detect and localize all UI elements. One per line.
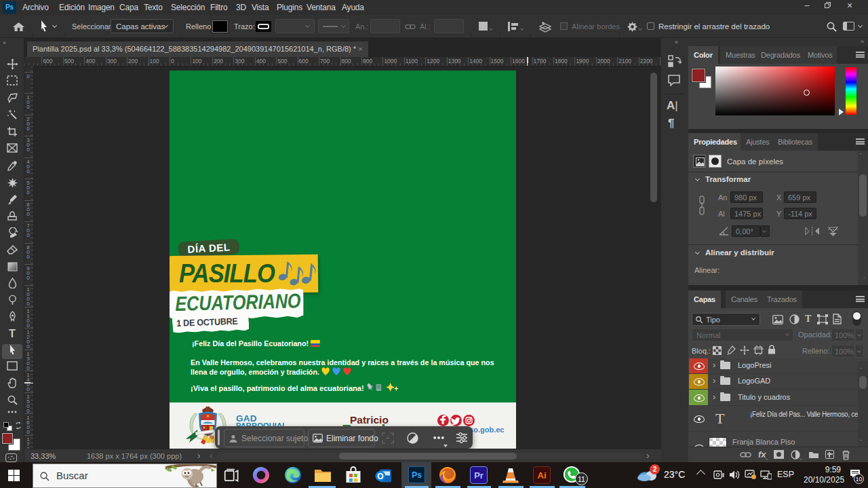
svg-text:O: O: [377, 472, 383, 481]
svg-text:T: T: [9, 328, 16, 339]
